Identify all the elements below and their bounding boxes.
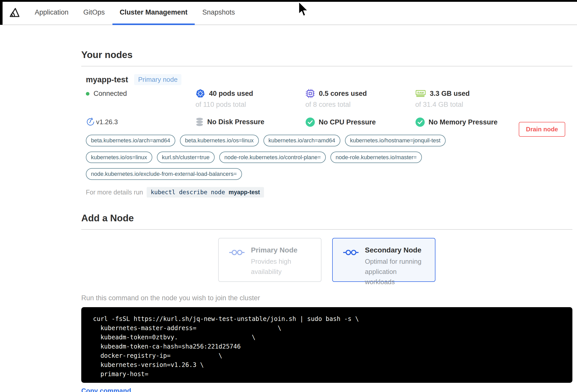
tab-snapshots[interactable]: Snapshots xyxy=(202,0,235,25)
replicated-logo-icon[interactable] xyxy=(8,5,21,19)
primary-node-option[interactable]: Primary Node Provides high availability xyxy=(218,238,321,282)
your-nodes-section: Your nodes myapp-test Primary node Conne… xyxy=(81,50,572,198)
join-command-line: kubernetes-version=v1.26.3 \ xyxy=(93,360,567,370)
node-type-options: Primary Node Provides high availability … xyxy=(81,238,572,282)
kubectl-command-node: myapp-test xyxy=(229,189,260,196)
secondary-node-option-title: Secondary Node xyxy=(365,246,426,254)
copy-command-link[interactable]: Copy command xyxy=(81,387,131,392)
node-stats-grid: Connected xyxy=(86,89,572,127)
tab-gitops[interactable]: GitOps xyxy=(83,0,105,25)
check-circle-icon xyxy=(305,117,315,127)
section-divider xyxy=(81,66,572,66)
node-label-pill: beta.kubernetes.io/os=linux xyxy=(180,135,259,146)
node-name: myapp-test xyxy=(86,75,128,84)
disk-pressure-condition: No Disk Pressure xyxy=(195,117,305,126)
cpu-pressure-condition: No CPU Pressure xyxy=(305,117,415,127)
node-labels: beta.kubernetes.io/arch=amd64 beta.kuber… xyxy=(86,135,505,180)
version-update-icon xyxy=(86,117,95,126)
nodes-link-icon xyxy=(343,249,359,256)
drain-node-button[interactable]: Drain node xyxy=(519,122,565,137)
node-label-pill: kurl.sh/cluster=true xyxy=(157,152,215,163)
primary-node-badge: Primary node xyxy=(134,74,181,85)
connected-dot-icon xyxy=(86,92,89,96)
cores-used: 0.5 cores used xyxy=(319,90,367,98)
pods-total: of 110 pods total xyxy=(195,101,305,109)
node-card: myapp-test Primary node Connected xyxy=(81,74,572,198)
join-command-line: curl -fsSL https://kurl.sh/jq-new-test-u… xyxy=(93,314,567,324)
cores-stat: 0.5 cores used of 8 cores total xyxy=(305,89,415,109)
join-command-line: docker-registry-ip= \ xyxy=(93,351,567,360)
section-divider xyxy=(81,229,572,230)
check-circle-icon xyxy=(415,117,425,127)
primary-node-option-desc: Provides high availability xyxy=(251,256,312,277)
connected-label: Connected xyxy=(94,90,127,98)
join-command-terminal: curl -fsSL https://kurl.sh/jq-new-test-u… xyxy=(81,307,572,383)
cpu-pressure-label: No CPU Pressure xyxy=(319,118,376,126)
memory-used: 3.3 GB used xyxy=(430,90,470,98)
cpu-icon xyxy=(305,89,315,98)
tab-cluster-management[interactable]: Cluster Management xyxy=(120,0,188,25)
node-label-pill: kubernetes.io/os=linux xyxy=(86,152,152,163)
node-label-pill: node.kubernetes.io/exclude-from-external… xyxy=(86,168,242,180)
node-label-pill: beta.kubernetes.io/arch=amd64 xyxy=(86,135,175,146)
pods-stat: 40 pods used of 110 pods total xyxy=(195,89,305,109)
nodes-link-icon xyxy=(229,249,245,256)
node-version: v1.26.3 xyxy=(86,117,195,126)
memory-stat: RAM 3.3 GB used of 31.4 GB total xyxy=(415,89,572,109)
main-content: Your nodes myapp-test Primary node Conne… xyxy=(0,50,577,392)
kubectl-command: kubectl describe node xyxy=(151,189,225,195)
node-details-hint: For more details run kubectl describe no… xyxy=(86,187,572,198)
node-label-pill: node-role.kubernetes.io/master= xyxy=(330,152,422,163)
node-label-pill: node-role.kubernetes.io/control-plane= xyxy=(219,152,326,163)
primary-node-option-title: Primary Node xyxy=(251,246,312,254)
join-command-line: kubeadm-token-ca-hash=sha256:221d25746 xyxy=(93,342,567,351)
memory-total: of 31.4 GB total xyxy=(415,101,572,109)
join-command-line: primary-host= xyxy=(93,370,567,379)
add-node-title: Add a Node xyxy=(81,213,572,224)
kubernetes-pods-icon xyxy=(195,89,205,98)
nav-tabs: Application GitOps Cluster Management Sn… xyxy=(35,0,235,25)
add-node-section: Add a Node Primary Node Provides high av… xyxy=(81,213,572,392)
kubectl-command-chip: kubectl describe node myapp-test xyxy=(147,187,264,198)
version-label: v1.26.3 xyxy=(96,118,118,126)
node-label-pill: kubernetes.io/hostname=jonquil-test xyxy=(345,135,446,146)
node-label-pill: kubernetes.io/arch=amd64 xyxy=(263,135,340,146)
join-command-line: kubeadm-token=0ztbvy. \ xyxy=(93,333,567,342)
screen-edge-left xyxy=(0,0,3,25)
screen-edge-top xyxy=(0,0,577,2)
details-prefix: For more details run xyxy=(86,189,143,196)
top-nav: Application GitOps Cluster Management Sn… xyxy=(0,0,577,25)
join-command-label: Run this command on the node you wish to… xyxy=(81,294,572,302)
join-command-line: kubernetes-master-address= \ xyxy=(93,324,567,333)
your-nodes-title: Your nodes xyxy=(81,50,572,60)
svg-text:RAM: RAM xyxy=(417,91,424,94)
secondary-node-option-desc: Optimal for running application workload… xyxy=(365,256,426,287)
node-status: Connected xyxy=(86,90,195,98)
cores-total: of 8 cores total xyxy=(305,101,415,109)
ram-icon: RAM xyxy=(415,89,426,98)
secondary-node-option[interactable]: Secondary Node Optimal for running appli… xyxy=(332,238,435,282)
pods-used: 40 pods used xyxy=(209,90,253,98)
memory-pressure-label: No Memory Pressure xyxy=(429,118,498,126)
tab-application[interactable]: Application xyxy=(35,0,68,25)
disk-pressure-label: No Disk Pressure xyxy=(207,118,264,126)
disk-icon xyxy=(195,117,204,126)
